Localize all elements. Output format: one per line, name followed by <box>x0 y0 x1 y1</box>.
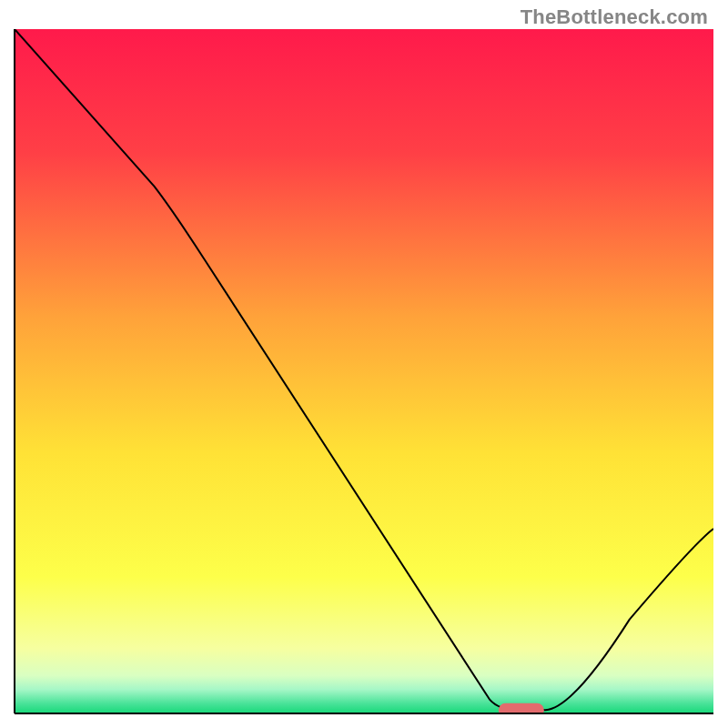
optimal-marker <box>499 703 544 717</box>
bottleneck-chart <box>0 0 728 728</box>
chart-container: TheBottleneck.com <box>0 0 728 728</box>
watermark-text: TheBottleneck.com <box>521 5 708 29</box>
gradient-background <box>15 29 713 713</box>
